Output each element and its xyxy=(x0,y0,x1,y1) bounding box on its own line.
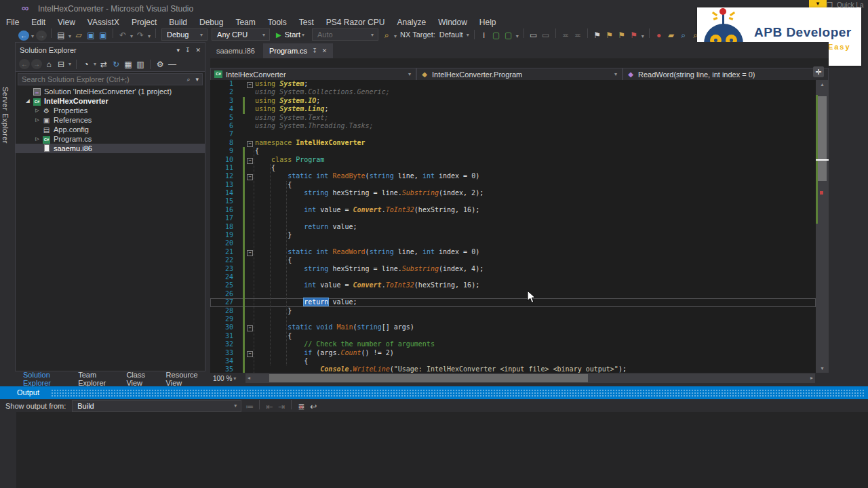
close-icon[interactable]: ✕ xyxy=(322,47,328,54)
list-down-icon[interactable]: ≖ xyxy=(572,30,583,41)
scroll-up-icon[interactable]: ▴ xyxy=(816,81,829,87)
undo-icon[interactable]: ↶ xyxy=(117,30,128,41)
navigate-back-icon[interactable]: ← xyxy=(18,30,29,41)
output-source-combo[interactable]: Build ▾ xyxy=(72,400,241,412)
bookmark-icon[interactable]: ⚑ xyxy=(592,30,603,41)
document-tab-saaemu-i86[interactable]: saaemu.i86 xyxy=(210,43,261,58)
fold-collapse-icon[interactable]: − xyxy=(247,250,253,256)
menu-test[interactable]: Test xyxy=(293,18,320,27)
menu-team[interactable]: Team xyxy=(229,18,261,27)
window-position-icon[interactable]: ▾ xyxy=(176,47,180,54)
vassistx-icon[interactable]: ⌕ xyxy=(381,30,392,41)
menu-ps4-razor-cpu[interactable]: PS4 Razor CPU xyxy=(320,18,391,27)
search-input[interactable]: Search Solution Explorer (Ctrl+;) ⌕ ▾ xyxy=(18,73,203,85)
toggle-word-wrap-icon[interactable]: ↩ xyxy=(308,401,319,412)
menu-debug[interactable]: Debug xyxy=(193,18,229,27)
show-all-files-icon[interactable]: ▦ xyxy=(123,59,134,70)
pin-icon[interactable]: ↧ xyxy=(185,47,191,54)
fold-collapse-icon[interactable]: − xyxy=(247,82,253,88)
goto-next-message-icon[interactable]: ⇥ xyxy=(276,401,287,412)
nx-target-value[interactable]: Default xyxy=(439,30,463,39)
tree-item-solution-intelhexconverter-1-p[interactable]: ∞Solution 'IntelHexConverter' (1 project… xyxy=(16,87,205,96)
pending-changes-filter-icon[interactable]: ◔ xyxy=(81,59,92,70)
fold-collapse-icon[interactable]: − xyxy=(247,325,253,331)
horizontal-scrollbar-thumb[interactable] xyxy=(269,374,588,382)
redo-icon[interactable]: ↷ xyxy=(135,30,146,41)
fold-collapse-icon[interactable]: − xyxy=(247,174,253,180)
horizontal-scrollbar[interactable]: ◂ ▸ xyxy=(245,373,815,383)
box-selection-alt-icon[interactable]: ▢ xyxy=(503,30,514,41)
panel-tab-class-view[interactable]: Class View xyxy=(121,371,160,387)
menu-vassistx[interactable]: VAssistX xyxy=(81,18,125,27)
new-project-icon[interactable]: ▤ xyxy=(56,30,66,41)
vertical-scrollbar-thumb[interactable] xyxy=(818,96,827,181)
attach-target-combo[interactable]: Auto▾ xyxy=(312,28,378,41)
goto-previous-message-icon[interactable]: ⇤ xyxy=(264,401,275,412)
vertical-scrollbar[interactable]: ▴ ▾ xyxy=(816,80,829,373)
output-panel-titlebar[interactable]: Output xyxy=(0,386,868,399)
expand-expander-icon[interactable]: ▷ xyxy=(33,117,41,123)
zoom-combo[interactable]: 100 % ▾ xyxy=(210,373,245,384)
panel-tab-solution-explorer[interactable]: Solution Explorer xyxy=(18,371,73,387)
fold-collapse-icon[interactable]: − xyxy=(247,351,253,357)
menu-view[interactable]: View xyxy=(52,18,81,27)
clear-bookmarks-icon[interactable]: ⚑ xyxy=(629,30,639,41)
close-icon[interactable]: ✕ xyxy=(195,47,201,54)
code-editor[interactable]: 1−using System;2using System.Collections… xyxy=(210,80,816,373)
back-icon[interactable]: ← xyxy=(19,59,30,69)
start-debug-button[interactable]: ▶ Start ▾ xyxy=(276,30,306,39)
tomato-tool-icon[interactable]: ● xyxy=(654,30,665,41)
menu-analyze[interactable]: Analyze xyxy=(391,18,432,27)
member-combo[interactable]: ◆ ReadWord(string line, int index = 0) ▾ xyxy=(623,68,829,81)
menu-tools[interactable]: Tools xyxy=(262,18,293,27)
navigate-forward-icon[interactable]: → xyxy=(36,30,47,41)
tree-item-app-config[interactable]: ▤App.config xyxy=(16,125,205,134)
expand-expander-icon[interactable]: ▷ xyxy=(33,136,41,142)
menu-build[interactable]: Build xyxy=(163,18,193,27)
find-tool-icon[interactable]: ⌕ xyxy=(678,30,689,41)
menu-help[interactable]: Help xyxy=(473,18,502,27)
sync-with-active-document-icon[interactable]: ⇄ xyxy=(98,59,109,70)
next-bookmark-icon[interactable]: ⚑ xyxy=(604,30,615,41)
home-icon[interactable]: ⌂ xyxy=(43,59,54,70)
platform-combo[interactable]: Any CPU▾ xyxy=(212,28,270,41)
scroll-left-icon[interactable]: ◂ xyxy=(248,373,250,383)
prev-bookmark-icon[interactable]: ⚑ xyxy=(616,30,627,41)
scroll-down-icon[interactable]: ▾ xyxy=(816,365,829,371)
tree-item-program-cs[interactable]: ▷C#Program.cs xyxy=(16,134,205,144)
fold-collapse-icon[interactable]: − xyxy=(247,141,253,147)
scroll-right-icon[interactable]: ▸ xyxy=(810,373,813,383)
move-item-icon[interactable]: ▭ xyxy=(528,30,539,41)
refresh-icon[interactable]: ↻ xyxy=(111,59,121,70)
gold-folder-icon[interactable]: ▰ xyxy=(666,30,677,41)
menu-project[interactable]: Project xyxy=(125,18,163,27)
configuration-combo[interactable]: Debug▾ xyxy=(161,28,208,41)
attach-info-icon[interactable]: i xyxy=(479,30,490,41)
type-combo[interactable]: ◆ IntelHexConverter.Program ▾ xyxy=(416,68,623,81)
expand-expander-icon[interactable]: ▷ xyxy=(33,108,41,113)
list-up-icon[interactable]: ≖ xyxy=(560,30,571,41)
menu-file[interactable]: File xyxy=(0,18,25,27)
messages-icon[interactable]: ≔ xyxy=(244,401,255,412)
tree-item-references[interactable]: ▷▣References xyxy=(16,115,205,125)
fold-collapse-icon[interactable]: − xyxy=(247,158,253,164)
clear-all-icon[interactable]: ≣✕ xyxy=(296,401,307,412)
box-selection-icon[interactable]: ▢ xyxy=(491,30,502,41)
menu-window[interactable]: Window xyxy=(432,18,473,27)
collapse-expander-icon[interactable]: ◢ xyxy=(24,98,32,104)
copy-icon[interactable]: ▥ xyxy=(135,59,146,70)
document-tab-program-cs[interactable]: Program.cs↧✕ xyxy=(263,43,333,58)
collapse-all-icon[interactable]: ⊟ xyxy=(56,59,66,70)
properties-wrench-icon[interactable]: ⚙ xyxy=(155,59,165,70)
output-content[interactable] xyxy=(0,412,868,488)
copy-item-icon[interactable]: ▭ xyxy=(540,30,551,41)
tree-item-intelhexconverter[interactable]: ◢C#IntelHexConverter xyxy=(16,96,205,106)
pin-icon[interactable]: ↧ xyxy=(312,47,317,54)
server-explorer-tab[interactable]: Server Explorer xyxy=(1,87,9,144)
tree-item-saaemu-i86[interactable]: saaemu.i86 xyxy=(16,144,205,153)
open-file-icon[interactable]: ▱ xyxy=(73,30,84,41)
project-combo[interactable]: C# IntelHexConverter ▾ xyxy=(210,68,416,81)
tree-item-properties[interactable]: ▷⚙Properties xyxy=(16,106,205,115)
menu-edit[interactable]: Edit xyxy=(25,18,52,27)
save-all-icon[interactable]: ▣ xyxy=(98,30,108,41)
